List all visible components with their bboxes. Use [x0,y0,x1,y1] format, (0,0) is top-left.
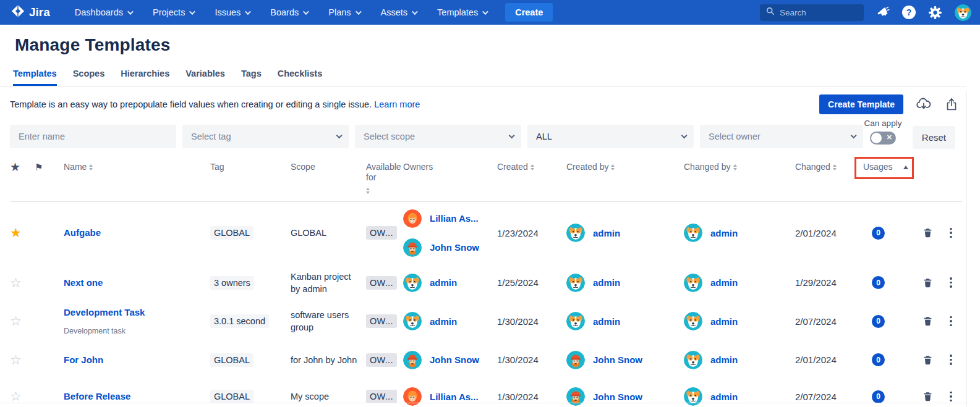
created-by-link[interactable]: admin [593,316,620,327]
header-changed[interactable]: Changed [795,162,863,172]
nav-issues[interactable]: Issues [215,7,249,17]
admin-avatar[interactable] [403,274,422,292]
owner-link[interactable]: admin [430,316,457,327]
template-name-link[interactable]: Aufgabe [64,227,101,238]
delete-button[interactable] [920,275,935,291]
john-avatar[interactable] [403,238,422,257]
reset-button[interactable]: Reset [913,126,955,149]
changed-by-link[interactable]: admin [710,355,738,365]
owner-link[interactable]: Lillian As... [430,213,479,224]
global-search[interactable] [760,4,864,21]
available-for-chip[interactable]: OW... [366,314,397,328]
admin-avatar[interactable] [566,224,585,242]
available-for-chip[interactable]: OW... [366,276,397,290]
changed-by-link[interactable]: admin [710,316,738,327]
row-menu-button[interactable] [947,389,955,405]
header-available-for[interactable]: Available for [366,162,402,194]
favorite-star-icon[interactable]: ☆ [10,353,22,367]
admin-avatar[interactable] [684,312,702,330]
template-name-link[interactable]: Next one [64,277,103,288]
owner-link[interactable]: admin [430,277,457,288]
usages-badge[interactable]: 0 [872,315,885,328]
created-by-link[interactable]: admin [593,228,620,238]
nav-templates[interactable]: Templates [437,7,487,17]
available-for-chip[interactable]: OW... [366,226,397,240]
header-created[interactable]: Created [497,162,566,172]
nav-boards[interactable]: Boards [270,7,307,17]
tab-variables[interactable]: Variables [185,69,225,86]
name-filter-field[interactable] [19,132,168,141]
usages-badge[interactable]: 0 [872,353,885,366]
available-for-chip[interactable]: OW... [366,353,397,367]
admin-avatar[interactable] [684,274,702,292]
megaphone-icon[interactable] [876,6,890,19]
admin-avatar[interactable] [566,274,585,292]
owner-filter-select[interactable]: Select owner [700,125,863,148]
john-avatar[interactable] [566,351,585,369]
favorite-star-icon[interactable]: ☆ [10,275,22,290]
created-by-link[interactable]: John Snow [593,355,642,365]
gear-icon[interactable] [928,6,942,20]
export-icon[interactable] [944,97,959,112]
row-menu-button[interactable] [947,352,955,367]
admin-avatar[interactable] [684,351,702,369]
create-template-button[interactable]: Create Template [819,94,903,114]
changed-by-link[interactable]: admin [710,277,738,288]
admin-avatar[interactable] [566,312,585,330]
scope-filter-select[interactable]: Select scope [355,125,521,148]
star-column-icon[interactable]: ★ [10,162,20,173]
usages-badge[interactable]: 0 [872,227,885,240]
template-name-link[interactable]: Development Task [64,307,145,317]
jira-brand[interactable]: Jira [11,4,50,21]
tab-scopes[interactable]: Scopes [73,69,105,86]
lillian-avatar[interactable] [403,209,422,228]
tag-filter-select[interactable]: Select tag [182,125,349,148]
favorite-star-icon[interactable]: ★ [10,225,22,240]
owner-link[interactable]: Lillian As... [430,392,479,402]
tab-tags[interactable]: Tags [241,69,262,86]
favorite-star-icon[interactable]: ☆ [10,389,22,403]
can-apply-toggle[interactable]: ✕ [870,132,896,145]
nav-projects[interactable]: Projects [153,7,194,17]
nav-create-button[interactable]: Create [505,3,553,22]
delete-button[interactable] [920,313,935,329]
user-avatar[interactable] [955,4,971,21]
search-input[interactable] [780,8,854,17]
header-name[interactable]: Name [57,162,210,172]
nav-plans[interactable]: Plans [328,7,359,17]
tab-templates[interactable]: Templates [13,69,57,86]
cloud-download-icon[interactable] [916,96,932,112]
help-icon[interactable]: ? [902,6,916,19]
tab-checklists[interactable]: Checklists [278,69,323,86]
learn-more-link[interactable]: Learn more [374,99,420,109]
row-menu-button[interactable] [947,275,955,290]
favorite-star-icon[interactable]: ☆ [10,314,22,328]
delete-button[interactable] [920,225,935,241]
created-by-link[interactable]: John Snow [593,392,642,402]
tab-hierarchies[interactable]: Hierarchies [121,69,169,86]
header-usages[interactable]: Usages [863,162,920,172]
template-name-link[interactable]: Before Release [64,391,130,401]
header-created-by[interactable]: Created by [566,162,684,172]
flag-column-icon[interactable]: ⚑ [35,162,43,173]
available-for-chip[interactable]: OW... [366,390,397,403]
type-filter-select[interactable]: ALL [527,125,694,148]
owner-link[interactable]: John Snow [430,242,479,253]
john-avatar[interactable] [403,351,422,369]
header-changed-by[interactable]: Changed by [684,162,795,172]
row-menu-button[interactable] [947,314,955,329]
name-filter-input[interactable] [10,125,176,148]
delete-button[interactable] [920,352,935,368]
template-name-link[interactable]: For John [64,355,103,365]
changed-by-link[interactable]: admin [710,392,738,402]
admin-avatar[interactable] [403,312,422,330]
created-by-link[interactable]: admin [593,277,620,288]
nav-assets[interactable]: Assets [381,7,417,17]
usages-badge[interactable]: 0 [872,390,885,403]
admin-avatar[interactable] [684,224,702,242]
nav-dashboards[interactable]: Dashboards [75,7,132,17]
row-menu-button[interactable] [947,225,955,241]
owner-link[interactable]: John Snow [430,355,479,365]
usages-badge[interactable]: 0 [872,276,885,289]
changed-by-link[interactable]: admin [710,228,738,238]
